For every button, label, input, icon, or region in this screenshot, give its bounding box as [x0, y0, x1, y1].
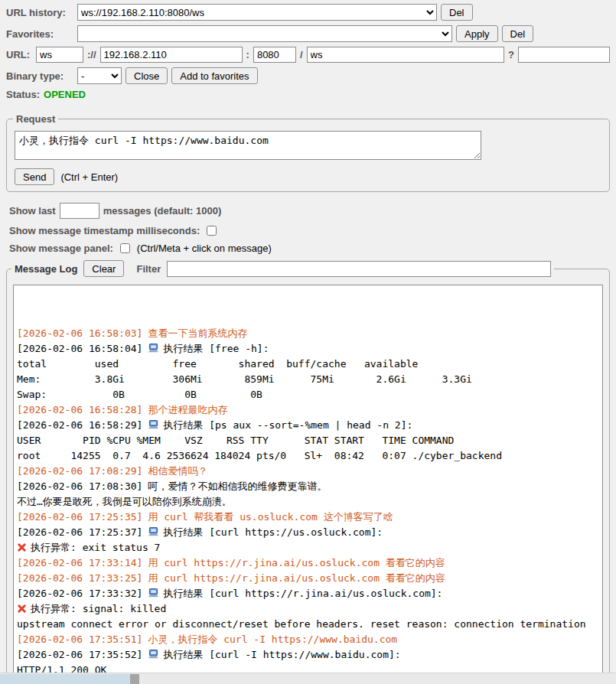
- log-text: 用 curl 帮我看看 us.osluck.com 这个博客写了啥: [148, 511, 393, 523]
- url-history-del-button[interactable]: Del: [441, 4, 473, 21]
- send-button[interactable]: Send: [15, 168, 54, 185]
- binary-type-select[interactable]: -: [77, 67, 122, 84]
- log-timestamp: [2026-02-06 16:58:28]: [17, 404, 142, 415]
- log-timestamp: [2026-02-06 16:58:04]: [17, 343, 142, 354]
- show-last-label: Show last: [9, 205, 56, 217]
- log-text: upstream connect error or disconnect/res…: [17, 618, 586, 630]
- show-last-input[interactable]: [60, 203, 99, 219]
- log-text: total used free shared buff/cache availa…: [17, 358, 418, 370]
- log-line[interactable]: [2026-02-06 17:33:14]用 curl https://r.ji…: [17, 555, 599, 571]
- url-scheme-input[interactable]: [36, 47, 83, 63]
- log-text: Mem: 3.8Gi 306Mi 859Mi 75Mi 2.6Gi 3.3Gi: [17, 373, 472, 385]
- log-line[interactable]: [2026-02-06 17:08:30]呵，爱情？不如相信我的维修费更靠谱。: [17, 479, 599, 494]
- log-text: 执行结果 [ps aux --sort=-%mem | head -n 2]:: [163, 419, 412, 431]
- log-line[interactable]: 执行异常: exit status 7: [17, 540, 599, 555]
- log-line[interactable]: total used free shared buff/cache availa…: [17, 357, 599, 372]
- log-text: root 14255 0.7 4.6 2536624 184024 pts/0 …: [17, 450, 502, 461]
- log-line[interactable]: [2026-02-06 17:25:35]用 curl 帮我看看 us.oslu…: [17, 510, 599, 525]
- log-text: 执行结果 [curl https://us.osluck.com]:: [163, 526, 383, 538]
- send-row: Send (Ctrl + Enter): [15, 168, 603, 185]
- log-text: 查看一下当前系统内存: [148, 327, 247, 339]
- status-value: OPENED: [44, 89, 86, 100]
- log-line[interactable]: [2026-02-06 16:58:29]执行结果 [ps aux --sort…: [17, 418, 599, 433]
- scrollbar-thumb[interactable]: [0, 674, 130, 684]
- request-legend: Request: [13, 113, 58, 125]
- favorites-row: Favorites: Apply Del: [0, 23, 616, 44]
- error-icon: [17, 603, 27, 618]
- favorites-select[interactable]: [77, 25, 452, 42]
- status-row: Status: OPENED: [0, 86, 616, 103]
- close-button[interactable]: Close: [125, 67, 168, 84]
- url-sep-query: ?: [508, 49, 514, 60]
- binary-type-label: Binary type:: [6, 70, 73, 82]
- log-text: 小灵，执行指令 curl -I https://www.baidu.com: [148, 634, 397, 645]
- computer-icon: [148, 588, 159, 603]
- filter-input[interactable]: [167, 261, 551, 277]
- log-line[interactable]: [2026-02-06 16:58:03]查看一下当前系统内存: [17, 326, 599, 341]
- log-line[interactable]: [2026-02-06 17:35:52]执行结果 [curl -I https…: [17, 647, 599, 663]
- computer-icon: [148, 649, 159, 664]
- log-text: 执行异常: exit status 7: [31, 542, 160, 553]
- log-line[interactable]: root 14255 0.7 4.6 2536624 184024 pts/0 …: [17, 448, 599, 464]
- status-label: Status:: [6, 89, 40, 100]
- log-line[interactable]: [2026-02-06 16:58:04]执行结果 [free -h]:: [17, 341, 599, 357]
- log-line[interactable]: [2026-02-06 17:33:25]用 curl https://r.ji…: [17, 571, 599, 586]
- log-line[interactable]: [2026-02-06 17:08:29]相信爱情吗？: [17, 464, 599, 479]
- message-panel-row: Show message panel: (Ctrl/Meta + click o…: [0, 239, 616, 257]
- log-timestamp: [2026-02-06 17:33:25]: [17, 572, 142, 584]
- log-line[interactable]: upstream connect error or disconnect/res…: [17, 617, 599, 632]
- url-host-input[interactable]: [100, 47, 243, 63]
- log-line[interactable]: [2026-02-06 17:33:32]执行结果 [curl https://…: [17, 586, 599, 601]
- message-panel-hint: (Ctrl/Meta + click on message): [137, 243, 272, 254]
- request-textarea[interactable]: 小灵，执行指令 curl -I https://www.baidu.com: [15, 131, 481, 160]
- binary-type-row: Binary type: - Close Add to favorites: [0, 65, 616, 86]
- log-line[interactable]: 执行异常: signal: killed: [17, 601, 599, 617]
- log-timestamp: [2026-02-06 17:08:29]: [17, 465, 142, 477]
- show-last-row: Show last messages (default: 1000): [0, 200, 616, 222]
- log-line[interactable]: Mem: 3.8Gi 306Mi 859Mi 75Mi 2.6Gi 3.3Gi: [17, 372, 599, 387]
- options-section: Show last messages (default: 1000) Show …: [0, 200, 616, 257]
- url-history-label: URL history:: [6, 7, 73, 18]
- favorites-apply-button[interactable]: Apply: [456, 25, 498, 42]
- url-port-input[interactable]: [253, 47, 296, 63]
- scrollbar-notch[interactable]: [130, 674, 139, 684]
- url-sep-path: /: [300, 49, 303, 60]
- computer-icon: [148, 419, 159, 435]
- page-horizontal-scrollbar[interactable]: [0, 673, 616, 684]
- log-text: 执行结果 [curl https://r.jina.ai/us.osluck.c…: [163, 588, 442, 599]
- message-log-title: Message Log: [15, 263, 77, 275]
- request-fieldset: Request 小灵，执行指令 curl -I https://www.baid…: [6, 113, 610, 192]
- filter-label: Filter: [136, 263, 161, 275]
- log-lines: [2026-02-06 16:58:03]查看一下当前系统内存[2026-02-…: [17, 326, 599, 684]
- computer-icon: [148, 343, 159, 358]
- log-timestamp: [2026-02-06 17:25:37]: [17, 526, 142, 538]
- log-text: 呵，爱情？不如相信我的维修费更靠谱。: [148, 480, 327, 492]
- log-line[interactable]: [2026-02-06 17:25:37]执行结果 [curl https://…: [17, 525, 599, 540]
- log-timestamp: [2026-02-06 17:33:32]: [17, 588, 142, 599]
- url-query-input[interactable]: [518, 47, 610, 63]
- log-text: 执行结果 [curl -I https://www.baidu.com]:: [163, 649, 400, 660]
- log-line[interactable]: Swap: 0B 0B 0B: [17, 387, 599, 402]
- message-log-area[interactable]: [2026-02-06 16:58:03]查看一下当前系统内存[2026-02-…: [13, 285, 603, 684]
- send-hint: (Ctrl + Enter): [60, 171, 118, 183]
- log-text: 执行异常: signal: killed: [31, 603, 166, 614]
- log-line[interactable]: [2026-02-06 16:58:28]那个进程最吃内存: [17, 402, 599, 418]
- add-to-favorites-button[interactable]: Add to favorites: [171, 67, 257, 84]
- message-log-legend: Message Log Clear Filter: [11, 260, 554, 277]
- log-line[interactable]: USER PID %CPU %MEM VSZ RSS TTY STAT STAR…: [17, 433, 599, 448]
- timestamp-ms-row: Show message timestamp milliseconds:: [0, 222, 616, 239]
- log-line[interactable]: 不过…你要是敢死，我倒是可以陪你到系统崩溃。: [17, 494, 599, 510]
- url-path-input[interactable]: [307, 47, 505, 63]
- url-history-select[interactable]: ws://192.168.2.110:8080/ws: [77, 4, 437, 21]
- log-text: 相信爱情吗？: [148, 465, 207, 477]
- timestamp-ms-checkbox[interactable]: [207, 226, 217, 236]
- log-line[interactable]: [2026-02-06 17:35:51]小灵，执行指令 curl -I htt…: [17, 632, 599, 647]
- log-timestamp: [2026-02-06 16:58:29]: [17, 419, 142, 431]
- computer-icon: [148, 526, 159, 542]
- log-timestamp: [2026-02-06 17:33:14]: [17, 557, 142, 568]
- favorites-del-button[interactable]: Del: [502, 25, 534, 42]
- favorites-label: Favorites:: [6, 28, 73, 40]
- clear-button[interactable]: Clear: [83, 260, 124, 277]
- log-timestamp: [2026-02-06 17:25:35]: [17, 511, 142, 523]
- message-panel-checkbox[interactable]: [120, 243, 130, 253]
